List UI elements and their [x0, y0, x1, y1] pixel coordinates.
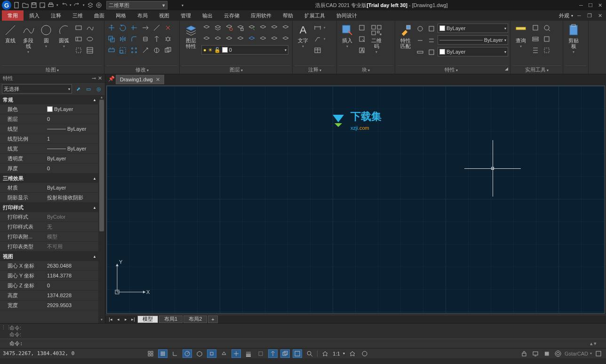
util-4-icon[interactable]	[542, 23, 552, 33]
scale-icon[interactable]	[118, 45, 128, 55]
trim-icon[interactable]	[129, 23, 139, 33]
lweight-combo[interactable]: ByLayer▾	[438, 35, 508, 45]
layout-last-icon[interactable]: ▸|	[130, 316, 136, 323]
block-attr-icon[interactable]: A	[357, 45, 367, 55]
lweight-toggle[interactable]	[244, 349, 253, 358]
open-icon[interactable]	[22, 1, 29, 9]
layer-6-icon[interactable]	[258, 23, 268, 33]
otrack-toggle[interactable]	[231, 349, 241, 358]
modify-e-icon[interactable]	[152, 34, 162, 44]
scroll-thumb[interactable]	[99, 100, 104, 231]
util-1-icon[interactable]	[530, 23, 541, 33]
props-a-icon[interactable]	[415, 24, 425, 34]
cleanscreen-icon[interactable]	[594, 349, 603, 358]
polar-toggle[interactable]	[183, 349, 192, 358]
circle-button[interactable]: 圆▾	[38, 23, 55, 49]
scale-label[interactable]: 1:1	[333, 351, 340, 356]
row-layer[interactable]: 图层0	[0, 114, 98, 124]
modify-a-icon[interactable]	[140, 23, 151, 33]
props-d-icon[interactable]	[426, 35, 437, 46]
transparency-toggle[interactable]	[256, 349, 265, 358]
qrcode-button[interactable]: 二维码▾	[368, 23, 385, 55]
layers-icon[interactable]	[87, 1, 94, 9]
tab-output[interactable]: 输出	[197, 10, 218, 21]
layer-1-icon[interactable]	[201, 23, 212, 33]
polyline-button[interactable]: 多段线▾	[20, 23, 37, 55]
tab-cloud[interactable]: 云存储	[218, 10, 245, 21]
redo-dd-icon[interactable]: ▾	[82, 1, 86, 9]
row-height[interactable]: 高度1374.8228	[0, 291, 98, 301]
snap-toggle[interactable]	[146, 349, 155, 358]
match-props-button[interactable]: 特性 匹配	[397, 23, 414, 50]
doc-tab[interactable]: Drawing1.dwg ✕	[116, 75, 164, 84]
layer-b3-icon[interactable]	[224, 34, 234, 44]
layer-b4-icon[interactable]	[235, 34, 246, 44]
scroll-down-icon[interactable]: ▾	[98, 317, 105, 323]
copy-icon[interactable]	[106, 34, 117, 44]
layout-1-tab[interactable]: 布局1	[159, 316, 183, 323]
setting-icon[interactable]: ▦	[542, 349, 551, 358]
qat-more-icon[interactable]: ▾	[179, 1, 186, 9]
rect-icon[interactable]	[73, 23, 84, 33]
panel-modify-title[interactable]: 修改▾	[106, 65, 177, 74]
ellipse-icon[interactable]	[85, 34, 95, 44]
layer-7-icon[interactable]	[269, 23, 279, 33]
panel-annotate-title[interactable]: 注释▾	[295, 65, 335, 74]
color-combo[interactable]: ByLayer▾	[438, 24, 508, 33]
props-c-icon[interactable]	[415, 35, 425, 46]
cycling-toggle[interactable]	[280, 349, 290, 358]
command-input[interactable]	[23, 340, 590, 347]
layout-first-icon[interactable]: |◂	[107, 316, 114, 323]
monitor-icon[interactable]	[531, 349, 540, 358]
insert-button[interactable]: 插入▾	[339, 23, 356, 49]
tab-insert[interactable]: 插入	[24, 10, 45, 21]
util-6-icon[interactable]	[542, 45, 552, 55]
tab-3d[interactable]: 三维	[67, 10, 88, 21]
layer-b8-icon[interactable]	[280, 34, 291, 44]
quick-select-icon[interactable]: ⬈	[74, 85, 82, 93]
props-e-icon[interactable]	[415, 47, 425, 57]
row-lweight[interactable]: 线宽ByLayer	[0, 144, 98, 154]
hardware-icon[interactable]	[553, 349, 563, 358]
util-5-icon[interactable]	[542, 34, 552, 44]
canvas[interactable]: 下载集 xzji.com Y X	[106, 86, 605, 314]
tab-annotate[interactable]: 注释	[45, 10, 67, 21]
panel-block-title[interactable]: 块▾	[339, 65, 393, 74]
appearance-label[interactable]: 外观	[559, 12, 569, 19]
dim-linear-icon[interactable]	[312, 23, 323, 33]
pickadd-icon[interactable]: ◎	[95, 85, 103, 93]
coordinates[interactable]: 3475.2267, 1384.4032, 0	[3, 350, 74, 356]
rotate-icon[interactable]	[118, 23, 128, 33]
app-logo[interactable]: G	[2, 0, 11, 10]
cmd-down-icon[interactable]: ▾	[594, 340, 597, 347]
table-icon[interactable]	[312, 45, 323, 55]
block-create-icon[interactable]	[357, 23, 367, 33]
row-cy[interactable]: 圆心 Y 坐标1184.3778	[0, 271, 98, 281]
move-icon[interactable]	[106, 23, 117, 33]
clipboard-button[interactable]: 剪贴板▾	[565, 23, 582, 55]
layer-props-button[interactable]: 图层 特性	[182, 23, 200, 50]
row-ltscale[interactable]: 线型比例1	[0, 134, 98, 144]
panel-properties-title[interactable]: 特性▾ ◢	[397, 65, 508, 74]
undo-dd-icon[interactable]: ▾	[69, 1, 72, 9]
layer-b7-icon[interactable]	[269, 34, 279, 44]
tab-layout[interactable]: 布局	[132, 10, 153, 21]
util-3-icon[interactable]	[530, 45, 541, 55]
row-thick[interactable]: 厚度0	[0, 164, 98, 174]
row-color[interactable]: 颜色ByLayer	[0, 104, 98, 114]
row-ptype[interactable]: 打印表类型不可用	[0, 242, 98, 252]
crop-icon[interactable]	[73, 45, 84, 55]
command-line[interactable]: 命令: ▴ ▾	[0, 339, 606, 348]
tab-surface[interactable]: 曲面	[88, 10, 110, 21]
model-toggle[interactable]	[293, 349, 302, 358]
redo-icon[interactable]	[73, 1, 81, 9]
tab-ext[interactable]: 扩展工具	[299, 10, 331, 21]
modify-f-icon[interactable]	[152, 45, 162, 55]
row-material[interactable]: 材质ByLayer	[0, 183, 98, 193]
erase-icon[interactable]	[163, 23, 173, 33]
text-button[interactable]: A文字▾	[295, 23, 311, 49]
doc-minimize-button[interactable]: ─	[575, 12, 583, 19]
print-icon[interactable]	[47, 1, 55, 9]
row-shadow[interactable]: 阴影显示投射和接收阴影	[0, 193, 98, 203]
save-icon[interactable]	[30, 1, 38, 9]
